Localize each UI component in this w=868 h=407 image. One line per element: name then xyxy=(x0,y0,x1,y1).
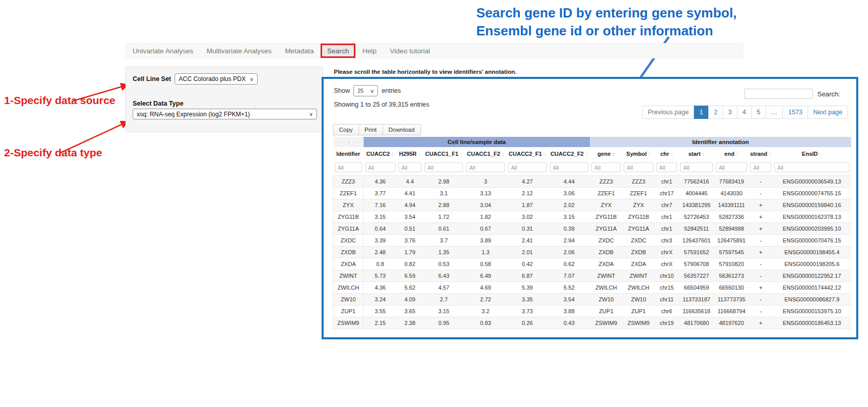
nav-item-metadata[interactable]: Metadata xyxy=(278,44,320,58)
col-header-chr[interactable]: chr↕ xyxy=(655,147,679,160)
table-cell: ZZZ3 xyxy=(622,176,654,188)
nav-item-help[interactable]: Help xyxy=(355,44,383,58)
nav-item-search[interactable]: Search xyxy=(321,44,356,58)
page-button-5[interactable]: 5 xyxy=(751,106,766,119)
row-identifier: ZXDB xyxy=(333,247,364,258)
table-cell: ZYG11A xyxy=(622,223,654,235)
filter-input-end[interactable] xyxy=(716,162,747,172)
table-cell: ZWILCH xyxy=(622,282,654,294)
sort-icon: ↕ xyxy=(702,151,705,157)
col-header-end[interactable]: end↕ xyxy=(714,147,749,160)
page-button-4[interactable]: 4 xyxy=(737,106,752,119)
download-button[interactable]: Download xyxy=(383,124,421,135)
data-type-select[interactable]: xsq: RNA-seq Expression (log2 FPKM+1) ∨ xyxy=(133,109,317,119)
table-cell: ZYX xyxy=(622,199,654,211)
table-cell: 5.52 xyxy=(548,282,590,294)
filter-input-chr[interactable] xyxy=(657,162,678,172)
table-cell: 2.88 xyxy=(423,199,465,211)
filter-input-ensid[interactable] xyxy=(774,162,850,172)
col-header-cuacc1-f1[interactable]: CUACC1_F1↕ xyxy=(423,147,465,160)
table-cell: 126437601 xyxy=(679,235,714,247)
table-cell: 56361273 xyxy=(714,270,749,282)
print-button[interactable]: Print xyxy=(358,124,383,135)
table-cell: ZW10 xyxy=(590,294,622,306)
filter-input-symbol[interactable] xyxy=(624,162,653,172)
col-header-start[interactable]: start↕ xyxy=(679,147,714,160)
col-header-cuacc2[interactable]: CUACC2↕ xyxy=(364,147,397,160)
filter-input-cuacc2[interactable] xyxy=(365,162,395,172)
table-cell: chr1 xyxy=(655,223,679,235)
table-cell: 143381295 xyxy=(679,199,714,211)
table-cell: ENSG00000153975.10 xyxy=(773,306,851,317)
table-cell: ZXDB xyxy=(590,247,622,258)
table-row: ZXDA0.80.820.530.580.420.62ZXDAZXDAchrX5… xyxy=(333,258,852,270)
table-cell: - xyxy=(749,235,773,247)
table-cell: 0.82 xyxy=(397,258,423,270)
row-identifier: ZXDA xyxy=(333,258,364,270)
nav-item-video-tutorial[interactable]: Video tutorial xyxy=(383,44,437,58)
search-input[interactable] xyxy=(744,89,813,99)
page-button-3[interactable]: 3 xyxy=(723,106,737,119)
filter-input-cuacc1-f1[interactable] xyxy=(425,162,463,172)
filter-input-identifier[interactable] xyxy=(335,162,362,172)
col-header-gene[interactable]: gene↕ xyxy=(590,147,622,160)
search-label: Search: xyxy=(817,90,840,98)
page-button-2[interactable]: 2 xyxy=(708,106,723,119)
filter-cell xyxy=(423,160,465,176)
col-header-identifier[interactable]: Identifier xyxy=(333,147,364,160)
filter-input-gene[interactable] xyxy=(591,162,621,172)
table-cell: + xyxy=(749,211,773,223)
table-cell: 48197620 xyxy=(714,317,749,329)
column-filter-row xyxy=(333,160,852,176)
col-header-h295r[interactable]: H295R↕ xyxy=(397,147,423,160)
filter-cell xyxy=(397,160,423,176)
col-header-ensid[interactable]: EnsID↕ xyxy=(773,147,851,160)
col-header-cuacc2-f1[interactable]: CUACC2_F1↕ xyxy=(506,147,548,160)
table-cell: 3.15 xyxy=(423,306,465,317)
page-button-1573[interactable]: 1573 xyxy=(782,106,808,119)
filter-cell xyxy=(590,160,622,176)
table-cell: 3.15 xyxy=(364,211,397,223)
page-button-next-page[interactable]: Next page xyxy=(808,106,848,119)
page-button-previous-page[interactable]: Previous page xyxy=(642,106,694,119)
filter-input-h295r[interactable] xyxy=(398,162,421,172)
table-cell: 2.72 xyxy=(464,294,506,306)
table-cell: 3.39 xyxy=(364,235,397,247)
table-cell: ENSG00000203995.10 xyxy=(773,223,851,235)
col-header-label: Identifier xyxy=(336,151,360,157)
export-buttons: CopyPrintDownload xyxy=(333,124,421,135)
table-cell: 5.62 xyxy=(397,282,423,294)
filter-input-cuacc1-f2[interactable] xyxy=(466,162,505,172)
data-type-label: Select Data Type xyxy=(133,100,316,107)
group-header-empty[interactable]: ↕ xyxy=(333,137,364,147)
filter-input-cuacc2-f1[interactable] xyxy=(508,162,547,172)
cell-line-set-select[interactable]: ACC Colorado plus PDX ∨ xyxy=(175,73,258,85)
col-header-label: start xyxy=(688,151,701,157)
nav-item-multivariate-analyses[interactable]: Multivariate Analyses xyxy=(200,44,279,58)
copy-button[interactable]: Copy xyxy=(333,124,359,135)
page-length-select[interactable]: 25 ∨ xyxy=(353,85,378,96)
table-cell: 6.49 xyxy=(464,270,506,282)
table-cell: 0.26 xyxy=(506,317,548,329)
table-cell: chr11 xyxy=(655,294,679,306)
filter-input-cuacc2-f2[interactable] xyxy=(550,162,589,172)
col-header-label: CUACC2_F1 xyxy=(509,151,542,157)
table-cell: chr3 xyxy=(655,235,679,247)
sort-icon: ↕ xyxy=(736,151,738,157)
col-header-strand[interactable]: strand↕ xyxy=(749,147,773,160)
page-button-1[interactable]: 1 xyxy=(694,106,709,119)
row-identifier: ZZZ3 xyxy=(333,176,364,188)
table-cell: ENSG00000159840.16 xyxy=(773,199,851,211)
sort-icon: ↕ xyxy=(502,151,504,157)
filter-input-start[interactable] xyxy=(680,162,712,172)
annotation-search-tip-line2: Ensembl gene id or other information xyxy=(476,22,737,40)
filter-input-strand[interactable] xyxy=(750,162,771,172)
page-length-control: Show 25 ∨ entries xyxy=(334,85,401,96)
col-header-cuacc1-f2[interactable]: CUACC1_F2↕ xyxy=(464,147,506,160)
nav-item-univariate-analyses[interactable]: Univariate Analyses xyxy=(126,44,200,58)
table-cell: 48170680 xyxy=(679,317,714,329)
col-header-cuacc2-f2[interactable]: CUACC2_F2↕ xyxy=(548,147,590,160)
table-row: ZWILCH4.365.624.574.695.395.52ZWILCHZWIL… xyxy=(333,282,852,294)
col-header-symbol[interactable]: Symbol↕ xyxy=(622,147,654,160)
table-cell: 3.89 xyxy=(464,235,506,247)
